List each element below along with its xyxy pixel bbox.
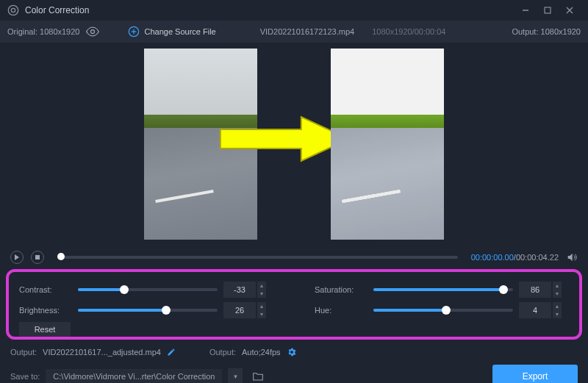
contrast-label: Contrast: <box>19 285 72 294</box>
save-path-box: C:\Vidmore\Vidmore Vi...rter\Color Corre… <box>46 369 222 383</box>
brightness-value[interactable] <box>223 302 256 318</box>
original-label: Original: <box>7 27 37 36</box>
save-path-dropdown[interactable]: ▼ <box>228 368 243 383</box>
svg-point-6 <box>91 30 95 34</box>
output-label: Output: <box>512 27 538 36</box>
hue-label: Hue: <box>315 306 368 315</box>
playback-bar: 00:00:00.00/00:00:04.22 <box>0 246 588 269</box>
saturation-label: Saturation: <box>315 285 368 294</box>
hue-stepper[interactable]: ▲▼ <box>519 302 562 318</box>
export-button[interactable]: Export <box>492 365 578 383</box>
timeline-slider[interactable] <box>57 256 458 259</box>
timeline-knob[interactable] <box>57 253 65 260</box>
brightness-stepper[interactable]: ▲▼ <box>223 302 266 318</box>
original-dimensions: 1080x1920 <box>40 27 79 36</box>
volume-icon[interactable] <box>566 251 578 263</box>
svg-rect-3 <box>545 7 551 13</box>
open-folder-icon[interactable] <box>251 371 265 382</box>
info-bar: Original: 1080x1920 Change Source File V… <box>0 21 588 43</box>
source-filename: VID20221016172123.mp4 <box>260 27 354 36</box>
saturation-knob[interactable] <box>499 285 508 294</box>
minimize-button[interactable] <box>514 0 537 21</box>
hue-up[interactable]: ▲ <box>553 302 562 310</box>
preview-toggle-icon[interactable] <box>85 24 100 39</box>
brightness-label: Brightness: <box>19 306 72 315</box>
hue-down[interactable]: ▼ <box>553 310 562 318</box>
svg-marker-10 <box>220 117 349 161</box>
svg-point-0 <box>8 5 18 15</box>
preview-area <box>0 43 588 246</box>
saturation-stepper[interactable]: ▲▼ <box>519 282 562 298</box>
adjusted-preview <box>331 49 444 240</box>
contrast-value[interactable] <box>223 282 256 298</box>
brightness-slider[interactable] <box>78 309 218 312</box>
hue-slider[interactable] <box>373 309 513 312</box>
saturation-up[interactable]: ▲ <box>553 282 562 290</box>
svg-rect-12 <box>35 255 40 259</box>
output-format-value: Auto;24fps <box>242 348 281 357</box>
color-adjust-panel: Contrast: ▲▼ Saturation: ▲▼ Brightness: … <box>6 269 582 340</box>
change-source-button[interactable]: Change Source File <box>128 26 215 37</box>
app-logo-icon <box>7 4 19 16</box>
current-time: 00:00:00.00 <box>471 253 514 262</box>
output-filename: VID2022101617..._adjusted.mp4 <box>43 348 161 357</box>
reset-button[interactable]: Reset <box>19 322 71 337</box>
output-dimensions: 1080x1920 <box>541 27 581 36</box>
contrast-stepper[interactable]: ▲▼ <box>223 282 266 298</box>
brightness-knob[interactable] <box>162 306 171 315</box>
save-path: C:\Vidmore\Vidmore Vi...rter\Color Corre… <box>53 372 215 381</box>
save-to-label: Save to: <box>10 372 40 381</box>
title-bar: Color Correction <box>0 0 588 21</box>
hue-knob[interactable] <box>442 306 451 315</box>
output-format-label: Output: <box>209 348 236 357</box>
source-dimensions-duration: 1080x1920/00:00:04 <box>372 27 445 36</box>
brightness-down[interactable]: ▼ <box>257 310 266 318</box>
brightness-up[interactable]: ▲ <box>257 302 266 310</box>
output-file-label: Output: <box>10 348 37 357</box>
format-settings-icon[interactable] <box>287 347 297 357</box>
save-to-row: Save to: C:\Vidmore\Vidmore Vi...rter\Co… <box>0 360 588 383</box>
saturation-down[interactable]: ▼ <box>553 290 562 298</box>
contrast-slider[interactable] <box>78 288 218 291</box>
contrast-knob[interactable] <box>120 285 129 294</box>
plus-circle-icon <box>128 26 140 37</box>
edit-filename-icon[interactable] <box>167 348 176 357</box>
maximize-button[interactable] <box>537 0 559 21</box>
contrast-down[interactable]: ▼ <box>257 290 266 298</box>
contrast-up[interactable]: ▲ <box>257 282 266 290</box>
change-source-label: Change Source File <box>144 27 215 36</box>
preview-container <box>29 43 559 246</box>
saturation-value[interactable] <box>519 282 551 298</box>
stop-button[interactable] <box>31 251 44 264</box>
hue-value[interactable] <box>519 302 551 318</box>
play-button[interactable] <box>10 251 24 264</box>
output-file-row: Output: VID2022101617..._adjusted.mp4 Ou… <box>0 344 588 360</box>
svg-marker-11 <box>15 254 19 260</box>
window-title: Color Correction <box>25 5 514 15</box>
svg-point-1 <box>11 8 15 12</box>
saturation-slider[interactable] <box>373 288 513 291</box>
close-button[interactable] <box>559 0 581 21</box>
total-time: /00:00:04.22 <box>514 253 559 262</box>
timecode: 00:00:00.00/00:00:04.22 <box>471 253 559 262</box>
